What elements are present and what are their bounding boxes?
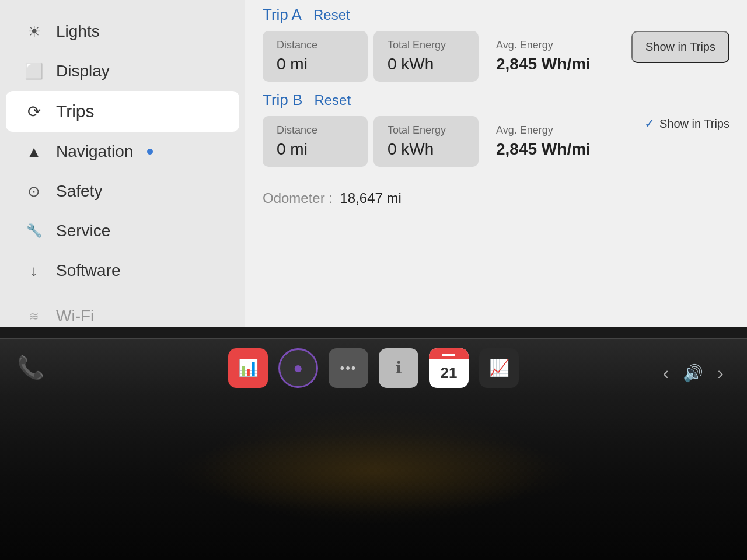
sidebar-label-trips: Trips	[56, 102, 95, 121]
trip-a-label: Trip A	[263, 6, 302, 24]
dock-equalizer[interactable]: 📊	[228, 348, 268, 388]
chevron-right-icon[interactable]: ›	[717, 362, 724, 384]
sidebar-item-navigation[interactable]: ▲ Navigation	[0, 132, 245, 172]
trip-a-distance-label: Distance	[277, 39, 354, 51]
service-icon: 🔧	[23, 223, 44, 239]
show-in-trips-a-button[interactable]: Show in Trips	[631, 31, 729, 63]
sidebar: ☀ Lights ⬜ Display ⟳ Trips ▲ Navigation …	[0, 0, 245, 327]
trip-a-avg-value: 2,845 Wh/mi	[496, 55, 591, 74]
info-icon: ℹ	[396, 358, 402, 377]
sidebar-label-lights: Lights	[56, 22, 100, 41]
wifi-icon: ≋	[23, 309, 44, 323]
trips-icon: ⟳	[23, 102, 44, 121]
trip-a-energy-card: Total Energy 0 kWh	[374, 31, 479, 82]
trip-a-energy-value: 0 kWh	[388, 55, 465, 74]
trip-b-stats-row: Distance 0 mi Total Energy 0 kWh Avg. En…	[263, 116, 729, 167]
sidebar-label-service: Service	[56, 222, 110, 240]
trip-a-block: Trip A Reset Distance 0 mi Total Energy …	[263, 6, 729, 82]
lights-icon: ☀	[23, 23, 44, 41]
trip-b-distance-label: Distance	[277, 124, 354, 136]
safety-icon: ⊙	[23, 183, 44, 201]
sidebar-item-safety[interactable]: ⊙ Safety	[0, 172, 245, 211]
trip-a-distance-card: Distance 0 mi	[263, 31, 368, 82]
calendar-day: 21	[441, 359, 458, 388]
trip-a-distance-value: 0 mi	[277, 55, 354, 74]
calendar-header: ▬▬	[429, 348, 469, 359]
trip-b-reset-button[interactable]: Reset	[314, 92, 351, 108]
tesla-ui: ☀ Lights ⬜ Display ⟳ Trips ▲ Navigation …	[0, 0, 747, 327]
trip-b-avg-card: Avg. Energy 2,845 Wh/mi	[484, 116, 602, 167]
dock-chart[interactable]: 📈	[479, 348, 519, 388]
trip-b-block: Trip B Reset Distance 0 mi Total Energy …	[263, 91, 729, 167]
volume-icon[interactable]: 🔊	[683, 363, 703, 383]
dock-more[interactable]: •••	[329, 348, 368, 388]
odometer-label: Odometer :	[263, 190, 333, 206]
sidebar-item-software[interactable]: ↓ Software	[0, 251, 245, 290]
sidebar-item-display[interactable]: ⬜ Display	[0, 51, 245, 91]
equalizer-icon: 📊	[238, 358, 259, 377]
sidebar-label-navigation: Navigation	[56, 142, 133, 161]
dock-camera[interactable]: ●	[278, 348, 318, 388]
odometer-section: Odometer : 18,647 mi	[263, 184, 729, 212]
show-in-trips-b-label: Show in Trips	[659, 117, 729, 131]
sidebar-item-wifi[interactable]: ≋ Wi-Fi	[0, 296, 245, 336]
more-icon: •••	[340, 360, 357, 376]
trip-b-distance-card: Distance 0 mi	[263, 116, 368, 167]
taskbar: 📞 📊 ● ••• ℹ ▬▬ 21 📈 ‹ 🔊 ›	[0, 338, 747, 397]
software-icon: ↓	[23, 262, 44, 280]
dock-center: 📊 ● ••• ℹ ▬▬ 21 📈	[228, 348, 519, 388]
sidebar-label-software: Software	[56, 261, 121, 280]
dock-phone[interactable]: 📞	[12, 349, 49, 386]
checkmark-icon: ✓	[644, 116, 655, 131]
sidebar-item-service[interactable]: 🔧 Service	[0, 211, 245, 251]
camera-icon: ●	[294, 359, 303, 377]
trip-a-stats-row: Distance 0 mi Total Energy 0 kWh Avg. En…	[263, 31, 729, 82]
navigation-dot	[147, 149, 153, 155]
dock-info[interactable]: ℹ	[379, 348, 418, 388]
display-icon: ⬜	[23, 62, 44, 80]
trips-content: Trip A Reset Distance 0 mi Total Energy …	[245, 0, 747, 327]
sidebar-label-safety: Safety	[56, 182, 102, 201]
trip-b-distance-value: 0 mi	[277, 140, 354, 159]
sidebar-item-trips[interactable]: ⟳ Trips	[6, 91, 239, 132]
chart-icon: 📈	[489, 358, 509, 377]
odometer-value: 18,647 mi	[340, 190, 402, 206]
phone-icon: 📞	[17, 355, 44, 380]
sidebar-item-lights[interactable]: ☀ Lights	[0, 12, 245, 51]
trip-b-header: Trip B Reset	[263, 91, 729, 109]
trip-a-reset-button[interactable]: Reset	[313, 7, 350, 23]
ambient-glow	[169, 432, 578, 513]
sidebar-label-wifi: Wi-Fi	[56, 307, 94, 326]
trip-b-avg-label: Avg. Energy	[496, 124, 591, 136]
dark-area	[0, 397, 747, 560]
trip-b-energy-label: Total Energy	[388, 124, 465, 136]
trip-a-header: Trip A Reset	[263, 6, 729, 24]
taskbar-right: ‹ 🔊 ›	[663, 362, 724, 384]
sidebar-label-display: Display	[56, 62, 110, 80]
trip-b-energy-value: 0 kWh	[388, 140, 465, 159]
trip-b-avg-value: 2,845 Wh/mi	[496, 140, 591, 159]
trip-a-avg-label: Avg. Energy	[496, 39, 591, 51]
trip-b-label: Trip B	[263, 91, 302, 109]
chevron-left-icon[interactable]: ‹	[663, 362, 669, 384]
show-in-trips-b-checked[interactable]: ✓ Show in Trips	[644, 116, 729, 131]
trip-b-energy-card: Total Energy 0 kWh	[374, 116, 479, 167]
trip-a-avg-card: Avg. Energy 2,845 Wh/mi	[484, 31, 602, 82]
navigation-icon: ▲	[23, 143, 44, 161]
trip-a-energy-label: Total Energy	[388, 39, 465, 51]
dock-calendar[interactable]: ▬▬ 21	[429, 348, 469, 388]
